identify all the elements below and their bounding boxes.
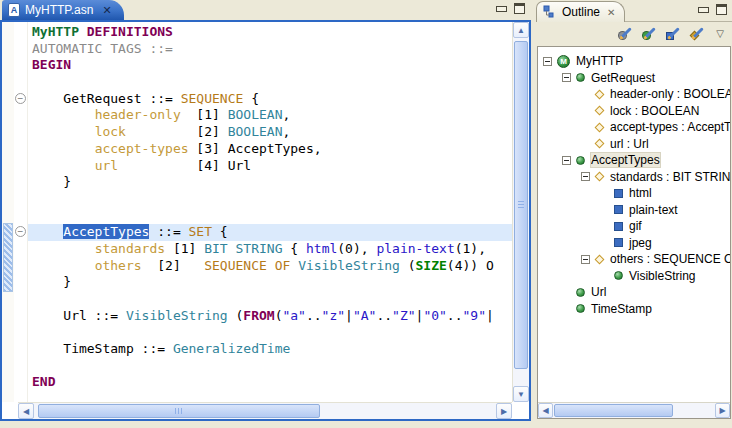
filter-gray-circle-icon[interactable] <box>618 26 633 41</box>
scroll-up-icon[interactable]: ▲ <box>513 22 529 38</box>
outline-node-accepttypes[interactable]: AcceptTypes <box>538 152 730 169</box>
code-token: SIZE <box>416 258 447 273</box>
filter-gold-diamond-icon[interactable] <box>690 26 705 41</box>
outline-node-html[interactable]: html <box>538 185 730 202</box>
editor-horizontal-scrollbar[interactable]: ◀ ▶ <box>18 402 512 419</box>
code-token: { <box>283 241 306 256</box>
scroll-left-icon[interactable]: ◀ <box>538 403 553 418</box>
enum-icon <box>614 189 623 198</box>
code-token: "z" <box>322 308 345 323</box>
code-line[interactable]: GetRequest ::= SEQUENCE { <box>28 91 512 108</box>
outline-node-getrequest[interactable]: GetRequest <box>538 70 730 87</box>
collapse-minus-icon[interactable] <box>562 156 571 165</box>
code-token <box>32 158 95 173</box>
editor-vertical-scrollbar[interactable]: ▲ ▼ <box>512 22 529 402</box>
code-token <box>32 224 63 239</box>
collapse-minus-icon[interactable] <box>543 57 552 66</box>
minimize-icon[interactable] <box>698 5 708 14</box>
code-line[interactable] <box>28 324 512 341</box>
view-menu-chevron-icon[interactable]: ▽ <box>716 28 724 39</box>
outline-node-label: gif <box>629 219 642 233</box>
code-token: standards <box>95 241 165 256</box>
code-line[interactable]: accept-types [3] AcceptTypes, <box>28 141 512 158</box>
editor-tab-myhttp[interactable]: A MyHTTP.asn ✕ <box>2 0 124 20</box>
code-line[interactable] <box>28 191 512 208</box>
scroll-right-icon[interactable]: ▶ <box>715 403 730 418</box>
filter-green-circle-icon[interactable] <box>642 26 657 41</box>
close-icon[interactable]: ✕ <box>102 4 111 17</box>
code-token: SET <box>189 224 212 239</box>
scroll-right-icon[interactable]: ▶ <box>496 403 512 419</box>
fold-collapse-icon[interactable]: − <box>15 226 26 237</box>
outline-node-label: TimeStamp <box>591 302 652 316</box>
code-line[interactable]: AUTOMATIC TAGS ::= <box>28 41 512 58</box>
minimize-icon[interactable] <box>496 4 506 13</box>
code-line[interactable]: header-only [1] BOOLEAN, <box>28 107 512 124</box>
outline-node-jpeg[interactable]: jpeg <box>538 235 730 252</box>
vertical-ruler[interactable] <box>2 22 14 402</box>
outline-node-plain-text[interactable]: plain-text <box>538 202 730 219</box>
code-line[interactable] <box>28 358 512 375</box>
fold-collapse-icon[interactable]: − <box>15 93 26 104</box>
outline-node-gif[interactable]: gif <box>538 218 730 235</box>
outline-node-others[interactable]: others : SEQUENCE OF <box>538 251 730 268</box>
code-line[interactable]: AcceptTypes ::= SET { <box>28 224 512 241</box>
code-token: VisibleString <box>126 308 228 323</box>
field-icon <box>595 89 605 99</box>
code-line[interactable]: lock [2] BOOLEAN, <box>28 124 512 141</box>
code-line[interactable]: Url ::= VisibleString (FROM("a".."z"|"A"… <box>28 308 512 325</box>
outline-node-standards[interactable]: standards : BIT STRING <box>538 169 730 186</box>
scroll-left-icon[interactable]: ◀ <box>18 403 34 419</box>
vertical-scroll-thumb[interactable] <box>514 41 528 369</box>
code-area[interactable]: MyHTTP DEFINITIONSAUTOMATIC TAGS ::=BEGI… <box>28 22 512 402</box>
outline-node-accept-types[interactable]: accept-types : AcceptTypes <box>538 119 730 136</box>
outline-node-timestamp[interactable]: TimeStamp <box>538 301 730 318</box>
collapse-minus-icon[interactable] <box>581 172 590 181</box>
code-line[interactable] <box>28 208 512 225</box>
outline-node-label: GetRequest <box>591 71 655 85</box>
code-token: SEQUENCE OF <box>204 258 290 273</box>
code-token: | <box>345 308 353 323</box>
code-line[interactable]: BEGIN <box>28 57 512 74</box>
horizontal-scroll-thumb[interactable] <box>554 404 673 417</box>
maximize-icon[interactable] <box>716 4 727 15</box>
code-token: } <box>32 174 71 189</box>
code-line[interactable]: standards [1] BIT STRING { html(0), plai… <box>28 241 512 258</box>
filter-blue-square-icon[interactable] <box>666 26 681 41</box>
code-line[interactable]: } <box>28 274 512 291</box>
outline-node-label: url : Url <box>610 137 649 151</box>
code-line[interactable]: TimeStamp ::= GeneralizedTime <box>28 341 512 358</box>
close-icon[interactable]: ✕ <box>607 7 615 18</box>
type-icon <box>576 288 585 297</box>
module-icon: M <box>557 55 570 68</box>
code-line[interactable] <box>28 74 512 91</box>
code-line[interactable]: MyHTTP DEFINITIONS <box>28 24 512 41</box>
outline-node-myhttp[interactable]: MMyHTTP <box>538 53 730 70</box>
code-line[interactable] <box>28 291 512 308</box>
outline-content: MMyHTTPGetRequestheader-only : BOOLEANlo… <box>537 46 731 419</box>
code-token: GeneralizedTime <box>173 341 290 356</box>
outline-node-lock[interactable]: lock : BOOLEAN <box>538 103 730 120</box>
collapse-minus-icon[interactable] <box>562 73 571 82</box>
code-token: html <box>306 241 337 256</box>
maximize-icon[interactable] <box>514 3 525 14</box>
code-token: [2] <box>126 124 228 139</box>
outline-tab[interactable]: Outline ✕ <box>536 1 625 22</box>
outline-node-visiblestring[interactable]: VisibleString <box>538 268 730 285</box>
outline-horizontal-scrollbar[interactable]: ◀ ▶ <box>538 402 730 418</box>
code-token: accept-types <box>95 141 189 156</box>
code-line[interactable]: END <box>28 374 512 391</box>
outline-toolbar: ▽ <box>536 22 732 44</box>
outline-node-url[interactable]: Url <box>538 284 730 301</box>
outline-node-url[interactable]: url : Url <box>538 136 730 153</box>
collapse-minus-icon[interactable] <box>581 255 590 264</box>
code-token: .. <box>447 308 463 323</box>
scroll-down-icon[interactable]: ▼ <box>513 386 529 402</box>
code-token: "9" <box>463 308 486 323</box>
horizontal-scroll-thumb[interactable] <box>38 404 320 418</box>
outline-node-label: Url <box>591 285 606 299</box>
code-line[interactable]: } <box>28 174 512 191</box>
code-line[interactable]: others [2] SEQUENCE OF VisibleString (SI… <box>28 258 512 275</box>
code-line[interactable]: url [4] Url <box>28 158 512 175</box>
outline-node-header-only[interactable]: header-only : BOOLEAN <box>538 86 730 103</box>
